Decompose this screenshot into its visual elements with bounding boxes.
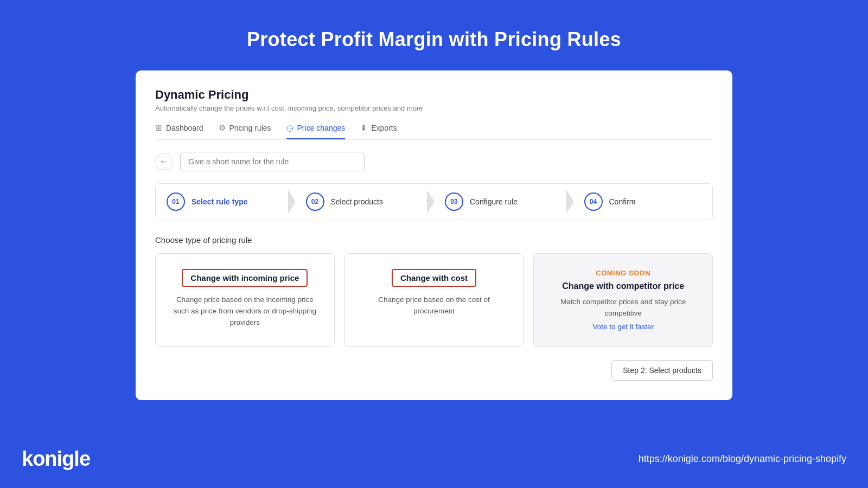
vote-link[interactable]: Vote to get it faster bbox=[592, 323, 654, 331]
konigle-logo: konigle bbox=[22, 447, 90, 471]
main-card: Dynamic Pricing Automatically change the… bbox=[136, 70, 732, 400]
step-4: 04 Confirm bbox=[573, 184, 713, 220]
step-1-label: Select rule type bbox=[192, 197, 248, 206]
step-2-label: Select products bbox=[331, 197, 384, 206]
dashboard-icon: ⊞ bbox=[155, 123, 162, 133]
tab-dashboard-label: Dashboard bbox=[166, 124, 203, 132]
tab-exports-label: Exports bbox=[371, 124, 397, 132]
card-competitor-desc: Match competitor prices and stay price c… bbox=[546, 297, 700, 319]
pricing-cards: Change with incoming price Change price … bbox=[155, 253, 713, 347]
rule-name-input[interactable] bbox=[180, 152, 365, 171]
footer-url: https://konigle.com/blog/dynamic-pricing… bbox=[639, 453, 846, 465]
nav-tabs: ⊞ Dashboard ⚙ Pricing rules ◷ Price chan… bbox=[155, 123, 713, 140]
tab-pricing-rules-label: Pricing rules bbox=[229, 124, 271, 132]
step-2: 02 Select products bbox=[295, 184, 435, 220]
tab-pricing-rules[interactable]: ⚙ Pricing rules bbox=[219, 123, 271, 139]
clock-icon: ◷ bbox=[286, 123, 293, 133]
footer: konigle https://konigle.com/blog/dynamic… bbox=[0, 447, 868, 471]
coming-soon-badge: COMING SOON bbox=[546, 269, 700, 277]
card-competitor: COMING SOON Change with competitor price… bbox=[533, 253, 713, 347]
choose-type-label: Choose type of pricing rule bbox=[155, 235, 713, 245]
card-cost[interactable]: Change with cost Change price based on t… bbox=[344, 253, 524, 347]
step-3-label: Configure rule bbox=[470, 197, 518, 206]
tab-price-changes[interactable]: ◷ Price changes bbox=[286, 123, 346, 139]
card-cost-title: Change with cost bbox=[392, 269, 476, 287]
step-3-circle: 03 bbox=[445, 192, 463, 211]
step-2-circle: 02 bbox=[306, 192, 324, 211]
steps-bar: 01 Select rule type 02 Select products 0… bbox=[155, 183, 713, 220]
step-3: 03 Configure rule bbox=[434, 184, 573, 220]
card-incoming-price[interactable]: Change with incoming price Change price … bbox=[155, 253, 335, 347]
gear-icon: ⚙ bbox=[219, 123, 226, 133]
download-icon: ⬇ bbox=[360, 123, 367, 133]
step-4-circle: 04 bbox=[584, 192, 603, 211]
app-title: Dynamic Pricing bbox=[155, 88, 713, 102]
step-1: 01 Select rule type bbox=[156, 184, 295, 220]
card-incoming-price-title: Change with incoming price bbox=[182, 269, 308, 287]
app-subtitle: Automatically change the prices w.r.t co… bbox=[155, 104, 713, 112]
card-incoming-price-desc: Change price based on the incoming price… bbox=[168, 294, 322, 329]
step2-row: Step 2: Select products bbox=[155, 360, 713, 381]
step-1-circle: 01 bbox=[167, 192, 185, 211]
tab-dashboard[interactable]: ⊞ Dashboard bbox=[155, 123, 203, 139]
tab-price-changes-label: Price changes bbox=[297, 124, 346, 132]
tab-exports[interactable]: ⬇ Exports bbox=[360, 123, 397, 139]
step2-button[interactable]: Step 2: Select products bbox=[611, 360, 713, 381]
card-competitor-title: Change with competitor price bbox=[546, 281, 700, 291]
page-heading: Protect Profit Margin with Pricing Rules bbox=[247, 28, 621, 51]
back-button[interactable]: ← bbox=[155, 153, 173, 170]
step-4-label: Confirm bbox=[609, 197, 636, 206]
card-cost-desc: Change price based on the cost of procur… bbox=[357, 294, 512, 317]
rule-name-row: ← bbox=[155, 152, 713, 171]
